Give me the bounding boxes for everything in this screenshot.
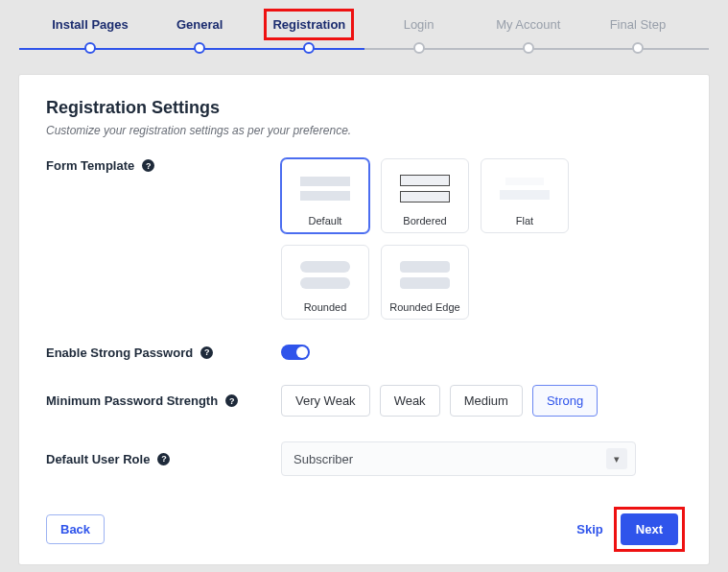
default-role-select[interactable]: Subscriber ▾ <box>281 441 636 476</box>
step-final[interactable]: Final Step <box>590 12 686 37</box>
next-button[interactable]: Next <box>621 513 678 545</box>
step-dot-icon <box>523 42 534 54</box>
template-rounded-edge[interactable]: Rounded Edge <box>381 245 469 320</box>
help-icon[interactable]: ? <box>225 394 238 407</box>
template-default[interactable]: Default <box>281 158 369 233</box>
form-template-options: Default Bordered Flat Rounded Rounded Ed… <box>281 158 665 320</box>
step-dot-icon <box>194 42 205 54</box>
default-role-label: Default User Role ? <box>46 452 281 466</box>
back-button[interactable]: Back <box>46 514 105 544</box>
step-label: General <box>171 12 228 37</box>
form-template-label: Form Template ? <box>46 158 281 173</box>
template-flat[interactable]: Flat <box>481 158 569 233</box>
strength-strong[interactable]: Strong <box>532 385 598 417</box>
step-dot-icon <box>413 42 425 54</box>
strength-very-weak[interactable]: Very Weak <box>281 385 370 417</box>
strength-medium[interactable]: Medium <box>450 385 523 417</box>
settings-panel: Registration Settings Customize your reg… <box>19 75 709 564</box>
step-general[interactable]: General <box>152 12 247 37</box>
next-highlight: Next <box>617 510 682 549</box>
page-title: Registration Settings <box>46 98 682 118</box>
help-icon[interactable]: ? <box>200 346 213 359</box>
min-strength-label: Minimum Password Strength ? <box>46 393 281 408</box>
step-dot-icon <box>303 42 315 54</box>
template-rounded[interactable]: Rounded <box>281 245 369 320</box>
template-bordered[interactable]: Bordered <box>381 158 469 233</box>
step-dot-icon <box>632 42 644 54</box>
chevron-down-icon: ▾ <box>606 448 627 469</box>
strength-weak[interactable]: Weak <box>380 385 440 417</box>
min-strength-options: Very Weak Weak Medium Strong <box>281 385 598 417</box>
strong-password-toggle[interactable] <box>281 345 310 360</box>
step-my-account[interactable]: My Account <box>481 12 576 37</box>
step-label: My Account <box>490 12 566 37</box>
step-label: Install Pages <box>46 12 133 37</box>
row-default-role: Default User Role ? Subscriber ▾ <box>46 441 682 476</box>
strong-password-label: Enable Strong Password ? <box>46 346 281 360</box>
row-strong-password: Enable Strong Password ? <box>46 345 682 360</box>
wizard-stepper: Install Pages General Registration Login… <box>19 12 709 63</box>
row-form-template: Form Template ? Default Bordered Flat <box>46 158 682 320</box>
select-value: Subscriber <box>294 452 353 466</box>
page-subtitle: Customize your registration settings as … <box>46 124 682 137</box>
step-dot-icon <box>84 42 96 54</box>
step-label: Login <box>398 12 440 37</box>
row-min-strength: Minimum Password Strength ? Very Weak We… <box>46 385 682 417</box>
step-label: Registration <box>267 12 351 37</box>
step-registration[interactable]: Registration <box>261 12 357 37</box>
skip-link[interactable]: Skip <box>576 522 602 536</box>
help-icon[interactable]: ? <box>142 159 154 172</box>
help-icon[interactable]: ? <box>157 453 170 465</box>
toggle-knob-icon <box>296 346 308 358</box>
step-label: Final Step <box>604 12 672 37</box>
step-install-pages[interactable]: Install Pages <box>42 12 138 37</box>
wizard-footer: Back Skip Next <box>46 510 682 549</box>
step-login[interactable]: Login <box>371 12 467 37</box>
